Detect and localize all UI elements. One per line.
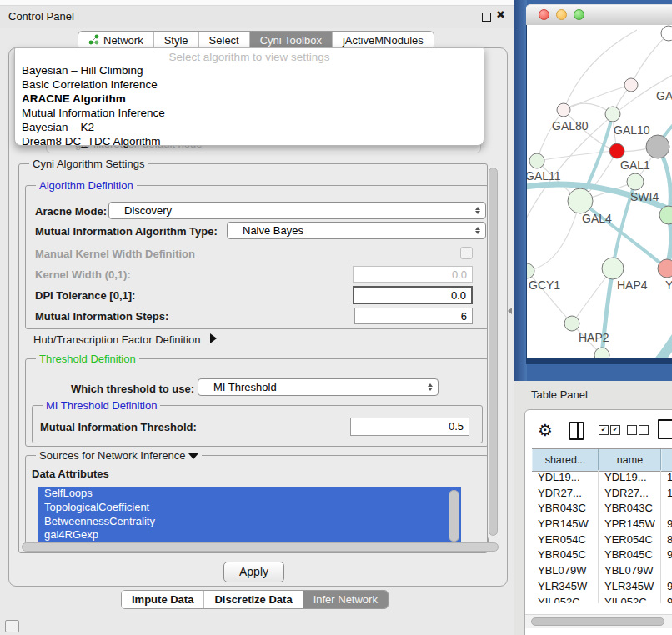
table-row[interactable]: YBR043CYBR043C (532, 501, 672, 517)
table-row[interactable]: YER054CYER054C8. (532, 532, 672, 548)
network-canvas[interactable]: GALGAL80GAL10GAL1GAL11SWI4GAL4GCY1HAP4YH… (526, 25, 672, 358)
unchecked-checkbox-icon[interactable] (627, 425, 637, 435)
tab-style[interactable]: Style (154, 32, 199, 49)
checked-checkbox-icon[interactable]: ✔ (599, 425, 609, 435)
manual-kernel-checkbox[interactable] (460, 247, 473, 259)
attribute-list-item[interactable]: SelfLoops (38, 487, 461, 501)
aracne-mode-combo[interactable]: Discovery (108, 202, 486, 219)
algorithm-option[interactable]: Bayesian – K2 (15, 120, 484, 134)
unchecked-checkbox-icon[interactable] (639, 425, 649, 435)
top-strip (0, 0, 514, 6)
tab-infer-network[interactable]: Infer Network (303, 591, 388, 608)
close-traffic-light-icon[interactable] (539, 9, 549, 20)
kernel-width-field[interactable]: 0.0 (353, 266, 473, 282)
table-row[interactable]: YLR345WYLR345W9. (532, 579, 672, 595)
table-row[interactable]: YBL079WYBL079W (532, 563, 672, 579)
column-header[interactable]: shared... (532, 449, 599, 471)
combo-spinner-icon (423, 383, 438, 391)
which-threshold-label: Which threshold to use: (71, 382, 194, 395)
data-attributes-label: Data Attributes (32, 468, 109, 480)
table-cell: YPR145W (532, 517, 599, 532)
network-node-gal10[interactable] (605, 107, 620, 122)
zoom-traffic-light-icon[interactable] (574, 9, 584, 20)
network-node-gal11[interactable] (529, 153, 544, 168)
sources-title[interactable]: Sources for Network Inference (36, 449, 202, 462)
panel-divider-collapse-icon[interactable] (508, 308, 512, 314)
checked-checkbox-icon[interactable]: ✔ (610, 425, 620, 435)
network-node-hap4[interactable] (602, 258, 624, 279)
attribute-list-scrollbar[interactable] (449, 490, 459, 542)
algorithm-option[interactable]: Bayesian – Hill Climbing (15, 63, 484, 78)
network-node-swi4[interactable] (627, 173, 644, 190)
gear-icon[interactable]: ⚙ (538, 420, 553, 440)
column-header[interactable]: name (599, 449, 661, 471)
columns-icon[interactable] (569, 422, 584, 440)
table-cell: YIL052C (532, 595, 599, 604)
network-node-gal80[interactable] (557, 103, 570, 117)
which-threshold-combo[interactable]: MI Threshold (198, 378, 439, 396)
tab-discretize-data[interactable]: Discretize Data (204, 591, 303, 608)
table-panel-title: Table Panel (531, 388, 588, 401)
tab-network[interactable]: Network (78, 32, 154, 49)
table-cell: 12 (661, 486, 672, 502)
hub-definition-toggle[interactable]: Hub/Transcription Factor Definition (33, 333, 217, 346)
application-window: Control Panel ✖ Network Style Select Cyn… (0, 0, 672, 635)
tab-jactivemnodules[interactable]: jActiveMNodules (333, 32, 434, 49)
network-node-gray-hub[interactable] (646, 135, 669, 158)
kernel-width-label: Kernel Width (0,1): (35, 268, 131, 281)
table-row[interactable]: YIL052CYIL052C9 (532, 595, 672, 604)
settings-horizontal-scrollbar[interactable] (22, 542, 499, 552)
algorithm-dropdown-popup: Select algorithm to view settings Bayesi… (14, 48, 484, 146)
minimize-traffic-light-icon[interactable] (556, 9, 567, 20)
table-row[interactable]: YPR145WYPR145W9. (532, 517, 672, 532)
table-row[interactable]: YDL19...YDL19...13 (532, 470, 672, 486)
combo-spinner-icon (470, 207, 485, 214)
table-cell: YBL079W (599, 563, 661, 579)
table-row[interactable]: YDR27...YDR27...12 (532, 486, 672, 502)
manual-kernel-label: Manual Kernel Width Definition (35, 248, 195, 260)
minimized-panel-icon[interactable] (5, 620, 19, 632)
network-node-gal4[interactable] (568, 188, 593, 213)
mi-steps-field[interactable]: 6 (354, 308, 473, 324)
network-node-salmon-right[interactable] (658, 259, 672, 278)
table-cell: YLR345W (532, 579, 599, 595)
dpi-tolerance-field[interactable]: 0.0 (353, 286, 473, 304)
tab-impute-data[interactable]: Impute Data (122, 591, 204, 608)
table-horizontal-scrollbar[interactable] (525, 614, 672, 628)
table-cell: YDL19... (532, 470, 599, 486)
float-window-icon[interactable] (482, 12, 491, 22)
tab-cyni-toolbox[interactable]: Cyni Toolbox (250, 32, 333, 49)
network-node-pink-top[interactable] (624, 78, 638, 92)
attribute-list-item[interactable]: gal4RGexp (38, 528, 461, 542)
network-edge (537, 110, 564, 161)
network-node-bottom-green[interactable] (594, 348, 609, 358)
control-panel-title: Control Panel (8, 10, 74, 22)
apply-button[interactable]: Apply (223, 562, 284, 582)
network-node-hap2[interactable] (564, 316, 579, 331)
mi-type-combo[interactable]: Naive Bayes (227, 222, 486, 239)
close-icon[interactable]: ✖ (496, 8, 505, 21)
table-cell: 9 (661, 595, 672, 604)
attribute-list-item[interactable]: TopologicalCoefficient (38, 501, 461, 515)
network-edge (527, 201, 580, 271)
algorithm-option[interactable]: Basic Correlation Inference (15, 78, 484, 92)
algorithm-option[interactable]: ARACNE Algorithm (15, 92, 484, 106)
algorithm-option[interactable]: Mutual Information Inference (15, 106, 484, 120)
settings-vertical-scrollbar[interactable] (488, 165, 499, 542)
table-cell: YBR043C (599, 501, 661, 517)
network-node-gcy1[interactable] (527, 263, 534, 278)
network-window-titlebar[interactable] (526, 4, 672, 26)
node-label: Y (665, 278, 672, 292)
mi-threshold-field[interactable]: 0.5 (350, 418, 469, 436)
attribute-list-item[interactable]: BetweennessCentrality (38, 515, 461, 529)
page-icon[interactable] (658, 419, 672, 439)
algorithm-option[interactable]: Dream8 DC_TDC Algorithm (15, 134, 484, 148)
network-node-gal1[interactable] (609, 143, 624, 158)
column-header[interactable] (661, 449, 672, 471)
table-row[interactable]: YBR045CYBR045C9. (532, 548, 672, 563)
table-cell: YBL079W (532, 563, 599, 579)
table-cell: 13 (661, 470, 672, 486)
tab-select[interactable]: Select (199, 32, 250, 49)
settings-group-title: Cyni Algorithm Settings (29, 158, 148, 170)
network-node-top-white[interactable] (661, 26, 672, 41)
